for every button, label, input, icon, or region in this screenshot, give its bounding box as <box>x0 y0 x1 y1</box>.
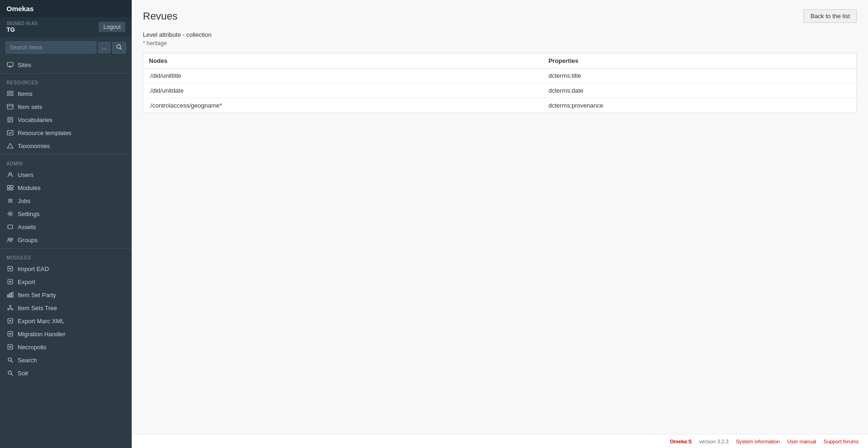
table-row: ./did/unittitledcterms:title <box>143 68 857 83</box>
svg-point-36 <box>10 305 11 307</box>
table-row: ./controlaccess/geogname*dcterms:provena… <box>143 98 857 113</box>
nodes-properties-table: Nodes Properties ./did/unittitledcterms:… <box>143 53 857 113</box>
table-header-row: Nodes Properties <box>143 54 857 68</box>
sidebar-item-users[interactable]: Users <box>0 168 132 181</box>
sidebar-item-solr[interactable]: Solr <box>0 367 132 380</box>
svg-point-38 <box>12 309 13 310</box>
property-cell: dcterms:provenance <box>543 98 856 113</box>
sidebar-item-label: Solr <box>18 370 28 377</box>
sidebar-item-items[interactable]: Items <box>0 87 132 100</box>
sidebar-item-necropolis[interactable]: Necropolis <box>0 340 132 353</box>
omeka-s-label: Omeka S <box>670 439 692 444</box>
system-information-link[interactable]: System information <box>736 439 780 444</box>
sidebar-item-item-sets-tree[interactable]: Item Sets Tree <box>0 301 132 314</box>
svg-rect-34 <box>10 293 11 297</box>
sidebar-item-label: Import EAD <box>18 265 49 272</box>
username-label: TG <box>7 26 38 33</box>
svg-rect-2 <box>7 62 13 66</box>
sidebar-item-label: Assets <box>18 224 36 231</box>
sidebar-item-sites[interactable]: Sites <box>0 58 132 71</box>
sidebar-item-label: Modules <box>18 184 40 191</box>
svg-marker-14 <box>7 143 13 148</box>
necropolis-icon <box>7 343 14 351</box>
support-forums-link[interactable]: Support forums <box>824 439 859 444</box>
groups-icon <box>7 236 14 244</box>
divider <box>0 73 132 74</box>
sidebar-item-label: Migration Handler <box>18 331 66 338</box>
back-to-list-button[interactable]: Back to the list <box>803 9 857 23</box>
vocabularies-icon <box>7 116 14 123</box>
assets-icon <box>7 223 14 231</box>
table-row: ./did/unitdatedcterms:date <box>143 83 857 98</box>
sidebar: Omekas SIGNED IN AS TG Logout ... Si <box>0 0 132 448</box>
sidebar-item-assets[interactable]: Assets <box>0 220 132 233</box>
sidebar-item-resource-templates[interactable]: Resource templates <box>0 126 132 139</box>
sidebar-item-label: Taxonomies <box>18 143 50 149</box>
sidebar-item-groups[interactable]: Groups <box>0 233 132 246</box>
plus-icon <box>7 265 14 272</box>
sidebar-item-taxonomies[interactable]: Taxonomies <box>0 139 132 152</box>
tree-icon <box>7 304 14 312</box>
user-section: SIGNED IN AS TG Logout <box>0 17 132 37</box>
taxonomies-icon <box>7 142 14 149</box>
export-icon <box>7 278 14 285</box>
search-area: ... <box>0 37 132 58</box>
search-button[interactable] <box>112 42 126 54</box>
nodes-header: Nodes <box>143 54 543 68</box>
resources-section-label: RESOURCES <box>0 75 132 87</box>
sidebar-item-search[interactable]: Search <box>0 353 132 367</box>
footer: Omeka S version 3.2.3 System information… <box>132 434 868 448</box>
items-icon <box>7 90 14 97</box>
sidebar-item-label: Jobs <box>18 197 30 204</box>
itemsets-icon <box>7 103 14 110</box>
migration-icon <box>7 330 14 338</box>
svg-rect-19 <box>11 189 13 190</box>
svg-rect-24 <box>8 225 13 229</box>
chart-icon <box>7 291 14 299</box>
sidebar-item-label: Users <box>18 171 34 178</box>
svg-rect-7 <box>7 104 13 109</box>
app-name: Omekas <box>0 0 132 17</box>
user-manual-link[interactable]: User manual <box>787 439 816 444</box>
svg-line-41 <box>10 308 12 309</box>
node-cell: ./did/unitdate <box>143 83 543 98</box>
sidebar-item-label: Item sets <box>18 103 42 110</box>
divider <box>0 154 132 155</box>
modules-icon <box>7 184 14 191</box>
sidebar-item-jobs[interactable]: Jobs <box>0 194 132 207</box>
sidebar-item-import-ead[interactable]: Import EAD <box>0 262 132 275</box>
search-icon <box>116 44 122 50</box>
properties-header: Properties <box>543 54 856 68</box>
sidebar-item-label: Vocabularies <box>18 116 52 123</box>
svg-rect-5 <box>7 91 13 93</box>
sidebar-item-migration-handler[interactable]: Migration Handler <box>0 327 132 340</box>
sidebar-item-export-marc-xml[interactable]: Export Marc XML <box>0 314 132 327</box>
sidebar-item-label: Export <box>18 278 35 285</box>
svg-rect-18 <box>7 189 10 190</box>
main-area: Revues Back to the list Level attribute … <box>132 0 868 448</box>
sidebar-item-item-set-party[interactable]: Item Set Party <box>0 288 132 301</box>
page-title: Revues <box>143 10 178 22</box>
sidebar-item-export[interactable]: Export <box>0 275 132 288</box>
sidebar-item-label: Export Marc XML <box>18 318 64 325</box>
sidebar-item-settings[interactable]: Settings <box>0 207 132 220</box>
sidebar-item-modules[interactable]: Modules <box>0 181 132 194</box>
svg-rect-16 <box>7 185 10 188</box>
admin-section-label: ADMIN <box>0 156 132 168</box>
svg-line-40 <box>8 308 10 309</box>
top-bar: Revues Back to the list <box>143 9 857 23</box>
node-cell: ./controlaccess/geogname* <box>143 98 543 113</box>
node-cell: ./did/unittitle <box>143 68 543 83</box>
sidebar-item-label: Items <box>18 90 33 97</box>
resource-templates-icon <box>7 129 14 136</box>
svg-rect-33 <box>7 295 9 297</box>
sidebar-item-vocabularies[interactable]: Vocabularies <box>0 113 132 126</box>
svg-point-37 <box>8 309 9 310</box>
logout-button[interactable]: Logout <box>99 22 125 32</box>
search-options-button[interactable]: ... <box>98 42 110 53</box>
sidebar-item-label: Search <box>18 357 37 364</box>
sidebar-item-itemsets[interactable]: Item sets <box>0 100 132 113</box>
search-input[interactable] <box>6 41 96 54</box>
jobs-icon <box>7 197 14 204</box>
sidebar-item-label: Resource templates <box>18 129 72 136</box>
